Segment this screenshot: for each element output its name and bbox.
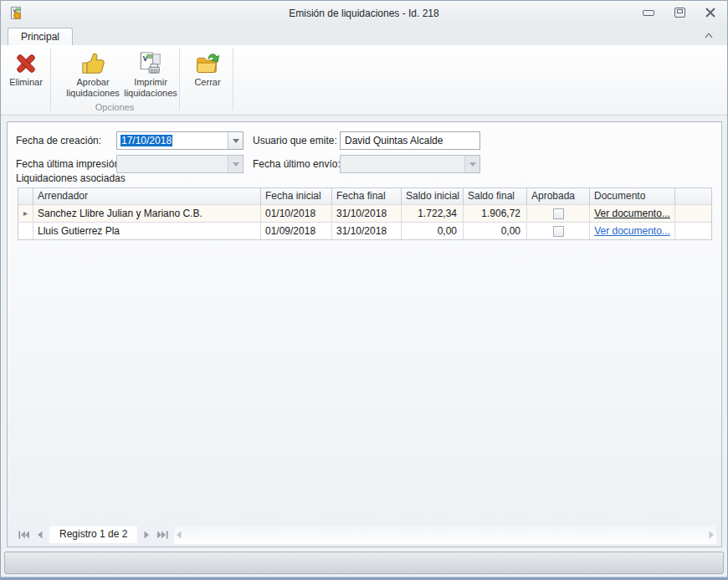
print-notepad-icon: V — [138, 51, 163, 76]
red-x-icon — [13, 51, 38, 76]
usuario-emite-input[interactable]: David Quintas Alcalde — [340, 131, 480, 150]
aprobada-checkbox[interactable] — [553, 226, 564, 237]
ribbon-separator — [233, 49, 233, 110]
row-selector-cell — [18, 223, 33, 239]
scroll-left-icon[interactable] — [176, 531, 182, 539]
cell-fecha-final[interactable]: 31/10/2018 — [332, 205, 402, 222]
window-title: Emisión de liquidaciones - Id. 218 — [1, 8, 727, 19]
fecha-creacion-value: 17/10/2018 — [120, 135, 172, 146]
liquidaciones-table: Arrendador Fecha inicial Fecha final Sal… — [18, 187, 712, 240]
content-panel: Fecha de creación: 17/10/2018 Usuario qu… — [7, 121, 722, 547]
previous-record-icon — [37, 531, 43, 539]
record-navigator: Registro 1 de 2 — [16, 525, 716, 545]
header-documento[interactable]: Documento — [590, 188, 675, 204]
header-aprobada[interactable]: Aprobada — [527, 188, 590, 204]
first-record-icon — [18, 531, 29, 539]
app-window: V Emisión de liquidaciones - Id. 218 Pri… — [0, 0, 728, 580]
row-selector-cell: ▸ — [18, 205, 33, 222]
cell-fecha-inicial[interactable]: 01/10/2018 — [261, 205, 332, 222]
folder-green-arrow-icon — [195, 51, 220, 76]
first-record-button[interactable] — [16, 526, 32, 543]
imprimir-label-line1: Imprimir — [119, 77, 182, 88]
horizontal-scrollbar[interactable] — [174, 526, 716, 544]
cell-saldo-final[interactable]: 1.906,72 — [464, 205, 527, 222]
fecha-envio-combo[interactable] — [340, 155, 480, 173]
header-filler-cell — [675, 188, 711, 204]
header-fecha-inicial[interactable]: Fecha inicial — [261, 188, 332, 204]
table-row[interactable]: ▸ Sanchez Llibre Julian y Mariano C.B. 0… — [18, 204, 711, 222]
ribbon-tab-strip: Principal — [1, 26, 727, 45]
record-counter: Registro 1 de 2 — [49, 526, 137, 543]
ver-documento-link[interactable]: Ver documento... — [594, 223, 670, 239]
ribbon-separator — [50, 49, 51, 110]
eliminar-label: Eliminar — [4, 77, 48, 88]
tab-principal[interactable]: Principal — [8, 28, 73, 45]
liquidaciones-asociadas-label: Liquidaciones asociadas — [16, 172, 126, 184]
header-saldo-inicial[interactable]: Saldo inicial — [402, 188, 464, 204]
cell-saldo-inicial[interactable]: 0,00 — [402, 223, 464, 239]
header-selector-cell — [18, 188, 33, 204]
cell-saldo-final[interactable]: 0,00 — [464, 223, 527, 239]
header-arrendador[interactable]: Arrendador — [33, 188, 261, 204]
fecha-envio-value — [341, 156, 464, 172]
header-fecha-final[interactable]: Fecha final — [332, 188, 402, 204]
header-saldo-final[interactable]: Saldo final — [464, 188, 527, 204]
previous-record-button[interactable] — [32, 526, 48, 543]
chevron-down-icon — [233, 162, 239, 167]
fecha-creacion-combo[interactable]: 17/10/2018 — [116, 131, 244, 150]
aprobada-checkbox[interactable] — [553, 208, 564, 219]
aprobar-liquidaciones-button[interactable]: Aprobar liquidaciones — [61, 49, 125, 99]
cell-fecha-inicial[interactable]: 01/09/2018 — [261, 223, 332, 239]
usuario-emite-label: Usuario que emite: — [253, 135, 337, 146]
table-header-row: Arrendador Fecha inicial Fecha final Sal… — [18, 188, 711, 204]
status-bar — [4, 552, 724, 574]
cell-documento: Ver documento... — [590, 205, 675, 222]
fecha-impresion-dropdown-button[interactable] — [228, 156, 243, 172]
fecha-creacion-dropdown-button[interactable] — [228, 132, 243, 149]
cell-documento: Ver documento... — [590, 223, 675, 239]
fecha-impresion-value — [117, 156, 228, 172]
cell-arrendador[interactable]: Sanchez Llibre Julian y Mariano C.B. — [33, 205, 261, 222]
cell-filler — [675, 223, 711, 239]
fecha-impresion-combo[interactable] — [116, 155, 244, 173]
opciones-group-label: Opciones — [50, 102, 179, 112]
cell-aprobada — [527, 205, 590, 222]
cell-filler — [675, 205, 711, 222]
cell-saldo-inicial[interactable]: 1.722,34 — [402, 205, 464, 222]
last-record-icon — [157, 531, 168, 539]
fecha-envio-label: Fecha último envío: — [253, 158, 341, 170]
next-record-icon — [144, 531, 150, 539]
cell-arrendador[interactable]: Lluis Gutierrez Pla — [33, 223, 261, 239]
imprimir-liquidaciones-button[interactable]: V Imprimir liquidaciones — [119, 49, 182, 99]
table-row[interactable]: Lluis Gutierrez Pla 01/09/2018 31/10/201… — [18, 222, 711, 239]
restore-button[interactable] — [674, 8, 685, 18]
cell-fecha-final[interactable]: 31/10/2018 — [332, 223, 402, 239]
ribbon-toolbar: Eliminar Aprobar liquidaciones V Imprimi… — [1, 45, 727, 115]
imprimir-label-line2: liquidaciones — [119, 88, 182, 99]
fecha-envio-dropdown-button[interactable] — [464, 156, 479, 172]
minimize-button[interactable] — [643, 10, 654, 16]
window-bottom-border — [1, 577, 727, 579]
aprobar-label-line2: liquidaciones — [61, 88, 125, 99]
next-record-button[interactable] — [139, 526, 155, 543]
ver-documento-link[interactable]: Ver documento... — [594, 205, 670, 222]
fecha-impresion-label: Fecha última impresión: — [16, 158, 122, 170]
ribbon-collapse-icon[interactable] — [704, 31, 714, 39]
cerrar-label: Cerrar — [187, 77, 228, 88]
cerrar-button[interactable]: Cerrar — [187, 49, 228, 88]
aprobar-label-line1: Aprobar — [61, 77, 125, 88]
thumbs-up-icon — [80, 51, 105, 76]
current-row-marker-icon: ▸ — [23, 205, 28, 222]
scroll-right-icon[interactable] — [709, 531, 715, 539]
chevron-down-icon — [233, 139, 239, 143]
chevron-down-icon — [469, 162, 476, 167]
cell-aprobada — [527, 223, 590, 239]
last-record-button[interactable] — [155, 526, 171, 543]
close-button[interactable] — [705, 8, 715, 18]
eliminar-button[interactable]: Eliminar — [4, 49, 48, 88]
title-bar: V Emisión de liquidaciones - Id. 218 — [1, 1, 727, 26]
fecha-creacion-label: Fecha de creación: — [16, 135, 101, 146]
